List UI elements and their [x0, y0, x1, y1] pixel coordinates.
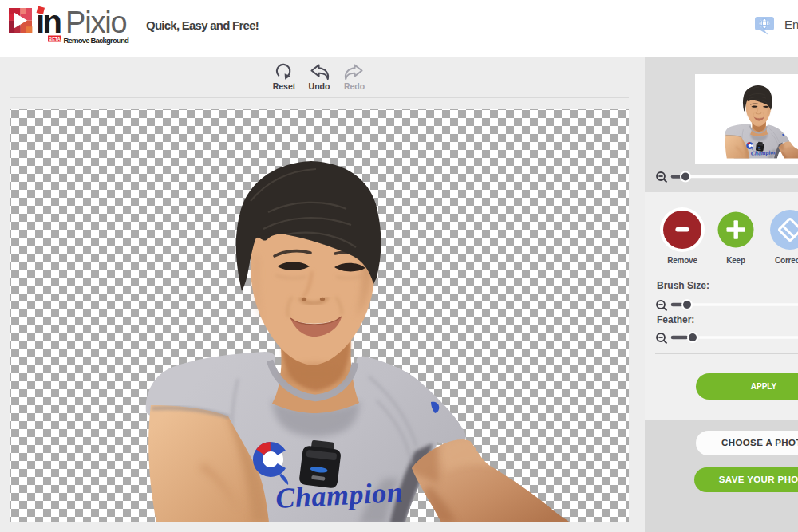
svg-text:BETA: BETA	[49, 37, 61, 41]
svg-text:ın: ın	[36, 4, 61, 39]
svg-text:Remove Background: Remove Background	[64, 36, 129, 45]
svg-text:Undo: Undo	[309, 81, 330, 91]
svg-text:Reset: Reset	[273, 81, 296, 91]
svg-text:Redo: Redo	[344, 81, 365, 91]
svg-text:Pixio: Pixio	[65, 6, 126, 39]
